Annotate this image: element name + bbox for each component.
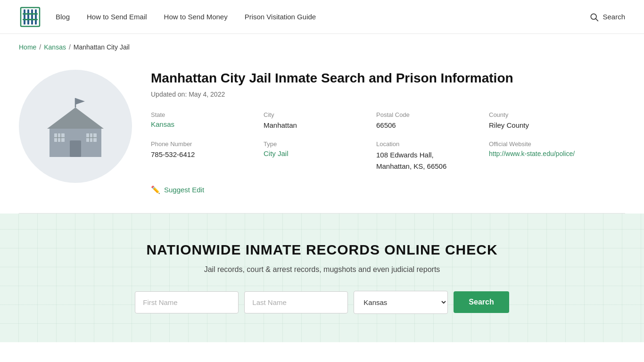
svg-line-8 (596, 18, 598, 21)
location-label: Location (376, 140, 481, 148)
first-name-input[interactable] (135, 291, 239, 313)
search-label: Search (603, 13, 625, 21)
search-icon (589, 12, 599, 22)
main-content: Manhattan City Jail Inmate Search and Pr… (0, 60, 613, 213)
svg-rect-4 (35, 9, 37, 25)
header-search[interactable]: Search (589, 12, 625, 22)
location-value: 108 Edwards Hall, Manhattan, KS, 66506 (376, 149, 481, 172)
svg-rect-13 (70, 140, 81, 157)
type-label: Type (264, 140, 369, 148)
phone-value: 785-532-6412 (151, 149, 256, 160)
nationwide-title: NATIONWIDE INMATE RECORDS ONLINE CHECK (19, 242, 625, 258)
breadcrumb-sep-2: / (69, 43, 71, 51)
prison-fields: State Kansas City Manhattan Postal Code … (151, 111, 594, 172)
type-value[interactable]: City Jail (264, 149, 289, 157)
field-website: Official Website http://www.k-state.edu/… (489, 140, 594, 172)
postal-value: 66506 (376, 120, 481, 131)
nav-send-money[interactable]: How to Send Money (164, 13, 228, 21)
inmate-search-form: AlabamaAlaskaArizonaArkansasCaliforniaCo… (19, 291, 625, 314)
field-phone: Phone Number 785-532-6412 (151, 140, 256, 172)
breadcrumb: Home / Kansas / Manhattan City Jail (0, 34, 644, 60)
breadcrumb-sep-1: / (39, 43, 41, 51)
city-value: Manhattan (264, 120, 369, 131)
website-value[interactable]: http://www.k-state.edu/police/ (489, 150, 575, 157)
breadcrumb-state[interactable]: Kansas (44, 43, 66, 51)
last-name-input[interactable] (244, 291, 348, 313)
nav-send-email[interactable]: How to Send Email (87, 13, 147, 21)
field-state: State Kansas (151, 111, 256, 131)
prison-title: Manhattan City Jail Inmate Search and Pr… (151, 70, 594, 87)
info-section: Manhattan City Jail Inmate Search and Pr… (151, 70, 594, 194)
phone-label: Phone Number (151, 140, 256, 148)
breadcrumb-current: Manhattan City Jail (74, 43, 130, 51)
state-value[interactable]: Kansas (151, 120, 174, 128)
nationwide-subtitle: Jail records, court & arrest records, mu… (19, 265, 625, 274)
prison-updated: Updated on: May 4, 2022 (151, 90, 594, 98)
logo[interactable] (19, 6, 41, 28)
state-label: State (151, 111, 256, 118)
suggest-edit-btn[interactable]: ✏️ Suggest Edit (151, 185, 594, 194)
svg-marker-12 (75, 98, 85, 105)
svg-rect-1 (24, 9, 25, 25)
nav-visitation[interactable]: Prison Visitation Guide (245, 13, 316, 21)
prison-building-icon (38, 89, 113, 164)
field-type: Type City Jail (264, 140, 369, 172)
nav-blog[interactable]: Blog (56, 13, 70, 21)
svg-marker-10 (47, 107, 104, 129)
prison-image (19, 70, 132, 183)
search-button[interactable]: Search (454, 291, 509, 313)
svg-rect-6 (23, 19, 38, 20)
nationwide-section: NATIONWIDE INMATE RECORDS ONLINE CHECK J… (0, 214, 644, 342)
postal-label: Postal Code (376, 111, 481, 118)
website-label: Official Website (489, 140, 594, 148)
main-nav: Blog How to Send Email How to Send Money… (56, 13, 589, 21)
county-label: County (489, 111, 594, 118)
header: Blog How to Send Email How to Send Money… (0, 0, 644, 34)
breadcrumb-home[interactable]: Home (19, 43, 36, 51)
state-select[interactable]: AlabamaAlaskaArizonaArkansasCaliforniaCo… (354, 291, 448, 314)
county-value: Riley County (489, 120, 594, 131)
svg-rect-2 (27, 9, 29, 25)
field-postal: Postal Code 66506 (376, 111, 481, 131)
field-city: City Manhattan (264, 111, 369, 131)
suggest-edit-label: Suggest Edit (164, 186, 204, 194)
field-location: Location 108 Edwards Hall, Manhattan, KS… (376, 140, 481, 172)
field-county: County Riley County (489, 111, 594, 131)
svg-rect-5 (23, 13, 38, 15)
city-label: City (264, 111, 369, 118)
pencil-icon: ✏️ (151, 185, 160, 194)
svg-rect-3 (31, 9, 33, 25)
